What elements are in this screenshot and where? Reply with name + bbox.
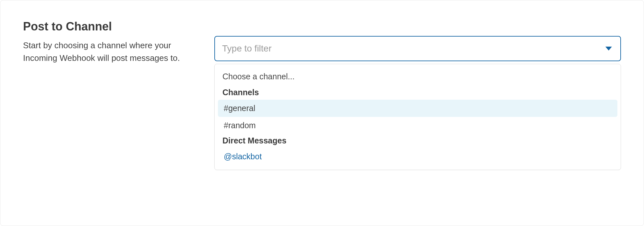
group-label-channels: Channels [218,86,617,100]
section-description: Start by choosing a channel where your I… [23,39,198,64]
section-heading: Post to Channel [23,20,198,33]
channel-dropdown: Choose a channel... Channels #general #r… [214,64,621,170]
channel-option-random[interactable]: #random [218,117,617,134]
layout-row: Post to Channel Start by choosing a chan… [23,20,621,170]
dropdown-prompt: Choose a channel... [218,69,617,86]
channel-filter-input[interactable] [214,36,621,61]
left-column: Post to Channel Start by choosing a chan… [23,20,198,170]
group-label-dm: Direct Messages [218,134,617,148]
right-column: Choose a channel... Channels #general #r… [214,20,621,170]
channel-option-general[interactable]: #general [218,100,617,117]
channel-select[interactable] [214,36,621,61]
post-to-channel-panel: Post to Channel Start by choosing a chan… [0,0,644,226]
dm-option-slackbot[interactable]: @slackbot [218,148,617,165]
